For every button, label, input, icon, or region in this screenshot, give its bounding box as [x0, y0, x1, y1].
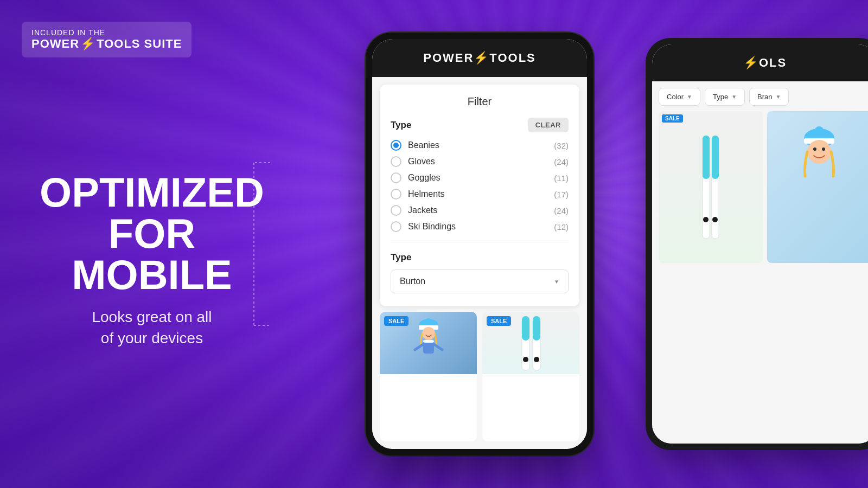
option-jackets-count: (24): [554, 206, 569, 215]
bg-chip-brand[interactable]: Bran ▼: [749, 88, 789, 106]
option-goggles-label: Goggles: [408, 173, 441, 183]
clear-button[interactable]: CLEAR: [528, 118, 569, 132]
option-gloves-count: (24): [554, 157, 569, 166]
svg-rect-10: [423, 340, 434, 343]
skis-svg: [507, 313, 556, 373]
radio-beanies[interactable]: [391, 140, 401, 151]
bg-chip-type-chevron: ▼: [731, 94, 737, 100]
option-helments-count: (17): [554, 190, 569, 199]
svg-line-9: [434, 344, 442, 350]
chevron-down-icon: ▼: [554, 279, 559, 285]
bg-phone-header: ⚡OLS: [652, 44, 868, 81]
bg-sale-badge-1: SALE: [662, 114, 683, 123]
svg-point-19: [703, 217, 709, 222]
sub-headline-text: Looks great on allof your devices: [92, 309, 212, 346]
option-gloves[interactable]: Gloves (24): [391, 156, 569, 167]
bg-product-card-1[interactable]: SALE: [659, 111, 763, 263]
brand-value: Burton: [400, 277, 425, 286]
bg-phone-screen: ⚡OLS Color ▼ Type ▼ Bran ▼: [652, 44, 868, 444]
header-tools: TOOLS: [489, 51, 535, 65]
sub-headline: Looks great on allof your devices: [33, 306, 271, 349]
main-headline: OPTIMIZED FOR MOBILE: [33, 172, 271, 296]
svg-point-26: [807, 140, 831, 164]
phone-content: Filter Type CLEAR Beanies: [372, 77, 587, 449]
svg-rect-12: [522, 316, 529, 341]
bg-chip-type[interactable]: Type ▼: [705, 88, 745, 106]
option-goggles-count: (11): [554, 174, 569, 183]
radio-goggles[interactable]: [391, 172, 401, 183]
skier-svg: [407, 314, 450, 374]
headline-line3: MOBILE: [33, 254, 271, 296]
bg-phone-content: Color ▼ Type ▼ Bran ▼ SALE: [652, 81, 868, 444]
option-ski-bindings-label: Ski Bindings: [408, 222, 456, 232]
option-beanies-count: (32): [554, 141, 569, 150]
bg-product-grid: SALE: [659, 111, 868, 263]
svg-point-5: [426, 318, 431, 324]
brand-section: Type Burton ▼: [391, 252, 569, 293]
brand-dropdown[interactable]: Burton ▼: [391, 269, 569, 293]
header-lightning: ⚡: [474, 51, 489, 65]
radio-jackets[interactable]: [391, 205, 401, 216]
type-section-header: Type CLEAR: [391, 118, 569, 132]
svg-point-27: [813, 147, 816, 151]
brand-section-label: Type: [391, 252, 569, 263]
sale-badge-2: SALE: [487, 316, 511, 326]
bg-chip-color-chevron: ▼: [687, 94, 692, 100]
option-helments-label: Helments: [408, 189, 445, 199]
headline-line2: FOR: [33, 213, 271, 254]
option-ski-bindings[interactable]: Ski Bindings (12): [391, 221, 569, 232]
bg-chip-brand-chevron: ▼: [776, 94, 781, 100]
svg-rect-21: [712, 136, 719, 179]
bg-chip-type-label: Type: [713, 93, 728, 101]
filter-card: Filter Type CLEAR Beanies: [380, 85, 579, 306]
radio-helments[interactable]: [391, 189, 401, 200]
phone-header: POWER⚡TOOLS: [372, 39, 587, 77]
svg-rect-18: [703, 136, 710, 179]
bg-skis-svg: [692, 133, 730, 241]
bg-chip-color-label: Color: [667, 93, 684, 101]
option-beanies[interactable]: Beanies (32): [391, 140, 569, 151]
option-jackets-label: Jackets: [408, 206, 437, 215]
bg-chip-color[interactable]: Color ▼: [659, 88, 700, 106]
bg-chip-brand-label: Bran: [757, 93, 772, 101]
filter-options: Beanies (32) Gloves (24): [391, 140, 569, 232]
bg-skier-svg: [787, 122, 852, 220]
svg-rect-15: [533, 316, 540, 341]
option-ski-bindings-count: (12): [554, 222, 569, 232]
sale-badge-1: SALE: [384, 316, 409, 326]
svg-point-25: [815, 126, 824, 135]
divider: [391, 242, 569, 242]
type-label: Type: [391, 120, 411, 131]
phone-screen: POWER⚡TOOLS Filter Type CLEAR: [372, 39, 587, 449]
filter-title: Filter: [391, 95, 569, 108]
product-card-2[interactable]: SALE: [482, 312, 579, 441]
svg-point-13: [523, 357, 528, 362]
bg-product-card-2[interactable]: [767, 111, 868, 263]
option-beanies-label: Beanies: [408, 140, 439, 150]
product-card-1[interactable]: SALE: [380, 312, 477, 441]
bg-phone: ⚡OLS Color ▼ Type ▼ Bran ▼: [646, 38, 868, 450]
radio-gloves[interactable]: [391, 156, 401, 167]
bg-filter-row: Color ▼ Type ▼ Bran ▼: [659, 88, 868, 106]
product-grid: SALE: [372, 306, 587, 449]
svg-point-22: [712, 217, 718, 222]
bg-header-title: ⚡OLS: [743, 56, 787, 70]
phone-device: POWER⚡TOOLS Filter Type CLEAR: [366, 33, 593, 455]
bg-product-img-1: [659, 111, 763, 263]
bg-product-img-2: [767, 111, 868, 263]
headline-line1: OPTIMIZED: [33, 172, 271, 213]
bracket-decoration: [248, 157, 276, 331]
radio-ski-bindings[interactable]: [391, 221, 401, 232]
svg-line-8: [415, 344, 423, 350]
svg-point-28: [822, 147, 825, 151]
main-phone: POWER⚡TOOLS Filter Type CLEAR: [366, 33, 593, 455]
phone-header-title: POWER⚡TOOLS: [383, 51, 576, 65]
option-jackets[interactable]: Jackets (24): [391, 205, 569, 216]
option-goggles[interactable]: Goggles (11): [391, 172, 569, 183]
header-power: POWER: [423, 51, 474, 65]
option-gloves-label: Gloves: [408, 157, 435, 166]
svg-point-16: [534, 357, 539, 362]
svg-point-6: [422, 327, 435, 340]
option-helments[interactable]: Helments (17): [391, 189, 569, 200]
